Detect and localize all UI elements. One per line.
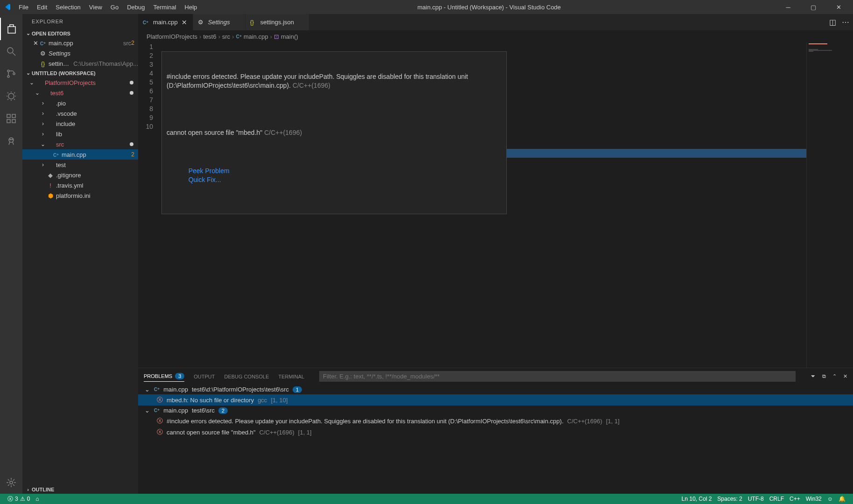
editor-body[interactable]: 12345678910 #include <mbed.h> #include e… — [138, 42, 853, 368]
editor-tab[interactable]: ⚙Settings — [193, 14, 245, 30]
tree-item[interactable]: ◆.gitignore — [22, 170, 138, 180]
breadcrumb-item[interactable]: C⁺ main.cpp — [236, 33, 268, 40]
breadcrumb-item[interactable]: PlatformIOProjects — [147, 33, 197, 40]
line-gutter: 12345678910 — [138, 42, 161, 368]
problems-list: ⌄C⁺ main.cpp test6\d:\PlatformIOProjects… — [138, 385, 853, 494]
workspace-header[interactable]: ⌄UNTITLED (WORKSPACE) — [22, 69, 138, 77]
editor-tab[interactable]: {}settings.json — [245, 14, 309, 30]
activity-settings[interactable] — [0, 471, 22, 494]
status-bell-icon[interactable]: 🔔 — [836, 496, 848, 502]
breadcrumb-item[interactable]: src — [222, 33, 230, 40]
activity-bar — [0, 14, 22, 494]
hover-message-2: cannot open source file "mbed.h" C/C++(1… — [167, 128, 502, 137]
activity-scm[interactable] — [0, 63, 22, 85]
problem-group[interactable]: ⌄C⁺ main.cpp test6\d:\PlatformIOProjects… — [138, 385, 853, 394]
svg-point-1 — [7, 70, 9, 72]
status-errors[interactable]: ⓧ 3 ⚠ 0 — [5, 495, 33, 503]
status-item[interactable]: C++ — [787, 496, 803, 502]
tab-close-icon[interactable]: ✕ — [181, 19, 188, 26]
quick-fix-link[interactable]: Quick Fix... — [189, 176, 221, 183]
editor-area: C⁺main.cpp✕⚙Settings{}settings.json ◫ ⋯ … — [138, 14, 853, 494]
code-area[interactable]: #include <mbed.h> #include errors detect… — [161, 42, 853, 368]
status-home-icon[interactable]: ⌂ — [33, 496, 42, 502]
breadcrumb-item[interactable]: ⊡ main() — [274, 33, 298, 40]
minimap[interactable] — [806, 42, 853, 368]
menu-edit[interactable]: Edit — [33, 2, 51, 13]
activity-explorer[interactable] — [0, 18, 22, 40]
activity-platformio[interactable] — [0, 130, 22, 152]
open-editors-list: ✕C⁺main.cppsrc2⚙Settings{}settings.jsonC… — [22, 38, 138, 69]
status-item[interactable]: Ln 10, Col 2 — [679, 496, 715, 502]
tree-item[interactable]: ›test — [22, 160, 138, 170]
problems-filter — [319, 371, 796, 382]
collapse-all-icon[interactable]: ⧉ — [822, 373, 826, 379]
svg-point-0 — [7, 48, 13, 53]
window-controls: ─ ▢ ✕ — [777, 0, 849, 14]
peek-problem-link[interactable]: Peek Problem — [189, 167, 230, 175]
editor-tab[interactable]: C⁺main.cpp✕ — [138, 14, 193, 30]
status-item[interactable]: CRLF — [767, 496, 787, 502]
tree-item[interactable]: ›.vscode — [22, 108, 138, 119]
more-actions-icon[interactable]: ⋯ — [842, 18, 849, 27]
tree-item[interactable]: ⌄test6 — [22, 88, 138, 98]
problem-item[interactable]: ⓧcannot open source file "mbed.h" C/C++(… — [138, 427, 853, 438]
tree-item[interactable]: ›include — [22, 119, 138, 129]
window-title: main.cpp - Untitled (Workspace) - Visual… — [201, 4, 777, 11]
panel-close-icon[interactable]: ✕ — [843, 373, 847, 379]
editor-tabs: C⁺main.cpp✕⚙Settings{}settings.json ◫ ⋯ — [138, 14, 853, 30]
panel-tabs: PROBLEMS 3OUTPUTDEBUG CONSOLETERMINAL ⏷ … — [138, 368, 853, 385]
activity-extensions[interactable] — [0, 107, 22, 130]
tree-item[interactable]: ›lib — [22, 129, 138, 139]
problem-item[interactable]: ⓧ#include errors detected. Please update… — [138, 415, 853, 427]
menu-selection[interactable]: Selection — [52, 2, 84, 13]
maximize-button[interactable]: ▢ — [803, 0, 824, 14]
panel-tab-output[interactable]: OUTPUT — [194, 372, 215, 381]
open-editor-item[interactable]: {}settings.jsonC:\Users\Thomas\App... — [22, 58, 138, 69]
menu-debug[interactable]: Debug — [123, 2, 148, 13]
menu-help[interactable]: Help — [181, 2, 201, 13]
minimize-button[interactable]: ─ — [777, 0, 799, 14]
outline-header[interactable]: ›OUTLINE — [22, 485, 138, 494]
menu-terminal[interactable]: Terminal — [149, 2, 180, 13]
problems-filter-input[interactable] — [319, 371, 796, 382]
split-editor-icon[interactable]: ◫ — [829, 18, 836, 27]
explorer-sidebar: Explorer ⌄OPEN EDITORS ✕C⁺main.cppsrc2⚙S… — [22, 14, 138, 494]
menu-file[interactable]: File — [15, 2, 32, 13]
outline-label: OUTLINE — [32, 487, 54, 492]
problem-item[interactable]: ⓧmbed.h: No such file or directory gcc [… — [138, 394, 853, 406]
open-editor-item[interactable]: ✕C⁺main.cppsrc2 — [22, 38, 138, 48]
panel-tab-problems[interactable]: PROBLEMS 3 — [144, 371, 184, 382]
tree-item[interactable]: !.travis.yml — [22, 180, 138, 190]
vscode-logo-icon — [4, 3, 11, 11]
tree-item[interactable]: C⁺main.cpp2 — [22, 149, 138, 160]
problem-group[interactable]: ⌄C⁺ main.cpp test6\src 2 — [138, 406, 853, 415]
menu-go[interactable]: Go — [107, 2, 122, 13]
open-editors-header[interactable]: ⌄OPEN EDITORS — [22, 29, 138, 38]
svg-point-10 — [10, 139, 11, 140]
panel-maximize-icon[interactable]: ⌃ — [832, 373, 837, 379]
panel-tab-debug-console[interactable]: DEBUG CONSOLE — [224, 372, 269, 381]
svg-rect-6 — [12, 114, 15, 118]
error-hover-popup: #include errors detected. Please update … — [161, 51, 507, 214]
activity-search[interactable] — [0, 40, 22, 63]
sidebar-title: Explorer — [22, 14, 138, 29]
tree-item[interactable]: ⬢platformio.ini — [22, 190, 138, 201]
close-window-button[interactable]: ✕ — [828, 0, 849, 14]
breadcrumb-item[interactable]: test6 — [203, 33, 216, 40]
status-item[interactable]: Win32 — [803, 496, 825, 502]
status-item[interactable]: Spaces: 2 — [714, 496, 745, 502]
activity-debug[interactable] — [0, 85, 22, 107]
status-feedback-icon[interactable]: ☺ — [825, 496, 836, 502]
tree-item[interactable]: ⌄PlatformIOProjects — [22, 77, 138, 88]
panel-tab-terminal[interactable]: TERMINAL — [278, 372, 304, 381]
breadcrumb[interactable]: PlatformIOProjects›test6›src›C⁺ main.cpp… — [138, 30, 853, 42]
menu-view[interactable]: View — [85, 2, 106, 13]
status-item[interactable]: UTF-8 — [745, 496, 767, 502]
panel-actions: ⏷ ⧉ ⌃ ✕ — [811, 373, 847, 379]
open-editor-item[interactable]: ⚙Settings — [22, 48, 138, 58]
tree-item[interactable]: ⌄src — [22, 139, 138, 149]
svg-point-4 — [8, 93, 14, 99]
tree-item[interactable]: ›.pio — [22, 98, 138, 108]
file-tree: ⌄PlatformIOProjects⌄test6›.pio›.vscode›i… — [22, 77, 138, 485]
filter-icon[interactable]: ⏷ — [811, 373, 816, 379]
